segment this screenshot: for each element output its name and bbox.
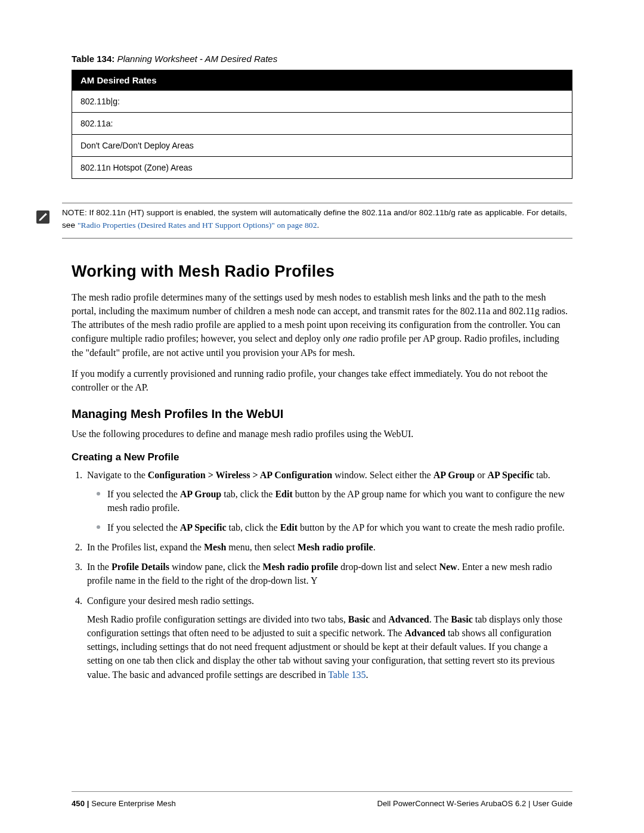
subsubsection-heading: Creating a New Profile bbox=[72, 451, 572, 463]
text-bold: Advanced bbox=[388, 614, 429, 624]
table-cell: Don't Care/Don't Deploy Areas bbox=[72, 135, 572, 157]
footer-left-text: Secure Enterprise Mesh bbox=[91, 799, 176, 808]
text: tab. bbox=[534, 470, 550, 480]
step-extra-paragraph: Mesh Radio profile configuration setting… bbox=[87, 612, 572, 682]
step-item: Configure your desired mesh radio settin… bbox=[85, 594, 572, 682]
table-row: 802.11n Hotspot (Zone) Areas bbox=[72, 157, 572, 179]
procedure-steps: Navigate to the Configuration > Wireless… bbox=[72, 468, 572, 681]
text-bold: Edit bbox=[275, 489, 292, 499]
table-title: Planning Worksheet - AM Desired Rates bbox=[117, 54, 277, 64]
text-bold: Edit bbox=[280, 522, 298, 532]
text-bold: AP Specific bbox=[180, 522, 227, 532]
substep-list: If you selected the AP Group tab, click … bbox=[87, 487, 572, 535]
text-bold: Profile Details bbox=[112, 562, 169, 572]
text-bold: AP Group bbox=[180, 489, 222, 499]
body-paragraph: Use the following procedures to define a… bbox=[72, 427, 572, 441]
text-bold: Basic bbox=[348, 614, 370, 624]
table-cell: 802.11a: bbox=[72, 113, 572, 135]
radio-properties-link[interactable]: "Radio Properties (Desired Rates and HT … bbox=[78, 221, 317, 230]
step-item: In the Profile Details window pane, clic… bbox=[85, 560, 572, 587]
text: tab, click the bbox=[227, 522, 280, 532]
subsection-heading: Managing Mesh Profiles In the WebUI bbox=[72, 407, 572, 421]
table-cell: 802.11b|g: bbox=[72, 91, 572, 113]
text: tab, click the bbox=[221, 489, 275, 499]
note-suffix: . bbox=[317, 221, 320, 230]
text: Configure your desired mesh radio settin… bbox=[87, 596, 254, 606]
substep-item: If you selected the AP Specific tab, cli… bbox=[97, 521, 572, 534]
table-number: Table 134: bbox=[72, 54, 114, 64]
text: . The bbox=[429, 614, 451, 624]
body-paragraph: If you modify a currently provisioned an… bbox=[72, 367, 572, 394]
page-number: 450 bbox=[72, 799, 85, 808]
table-header: AM Desired Rates bbox=[72, 70, 572, 91]
text-bold: Basic bbox=[451, 614, 472, 624]
table-row: Don't Care/Don't Deploy Areas bbox=[72, 135, 572, 157]
text: In the bbox=[87, 562, 112, 572]
text-bold: New bbox=[439, 562, 457, 572]
text: menu, then select bbox=[226, 542, 298, 552]
text: and bbox=[370, 614, 388, 624]
step-item: Navigate to the Configuration > Wireless… bbox=[85, 468, 572, 534]
planning-worksheet-table: AM Desired Rates 802.11b|g: 802.11a: Don… bbox=[72, 70, 572, 179]
text: drop-down list and select bbox=[338, 562, 439, 572]
text: . bbox=[373, 542, 376, 552]
text-bold: Configuration > Wireless > AP Configurat… bbox=[148, 470, 332, 480]
text: Navigate to the bbox=[87, 470, 148, 480]
footer-left: 450 | Secure Enterprise Mesh bbox=[72, 799, 176, 808]
text-italic: one bbox=[343, 333, 357, 343]
text-bold: Mesh bbox=[204, 542, 226, 552]
text: . bbox=[366, 670, 368, 680]
substep-item: If you selected the AP Group tab, click … bbox=[97, 487, 572, 515]
text: or bbox=[475, 470, 487, 480]
note-text: NOTE: If 802.11n (HT) support is enabled… bbox=[62, 203, 572, 239]
text-bold: AP Specific bbox=[488, 470, 534, 480]
note-block: NOTE: If 802.11n (HT) support is enabled… bbox=[36, 203, 572, 239]
text: window. Select either the bbox=[332, 470, 434, 480]
text: If you selected the bbox=[107, 489, 180, 499]
note-pencil-icon bbox=[36, 210, 50, 224]
footer-right: Dell PowerConnect W-Series ArubaOS 6.2 |… bbox=[377, 799, 572, 808]
text-bold: Advanced bbox=[404, 628, 445, 638]
table-row: 802.11a: bbox=[72, 113, 572, 135]
text-bold: AP Group bbox=[434, 470, 475, 480]
section-heading: Working with Mesh Radio Profiles bbox=[72, 262, 572, 281]
text: If you selected the bbox=[107, 522, 180, 532]
text-bold: Mesh radio profile bbox=[262, 562, 338, 572]
text: In the Profiles list, expand the bbox=[87, 542, 204, 552]
table-caption: Table 134: Planning Worksheet - AM Desir… bbox=[72, 54, 572, 64]
text: Mesh Radio profile configuration setting… bbox=[87, 614, 348, 624]
table-cell: 802.11n Hotspot (Zone) Areas bbox=[72, 157, 572, 179]
table-row: 802.11b|g: bbox=[72, 91, 572, 113]
table-135-link[interactable]: Table 135 bbox=[328, 670, 366, 680]
page-footer: 450 | Secure Enterprise Mesh Dell PowerC… bbox=[72, 791, 572, 808]
body-paragraph: The mesh radio profile determines many o… bbox=[72, 290, 572, 360]
text: window pane, click the bbox=[169, 562, 262, 572]
text: button by the AP for which you want to c… bbox=[298, 522, 565, 532]
text-bold: Mesh radio profile bbox=[298, 542, 373, 552]
step-item: In the Profiles list, expand the Mesh me… bbox=[85, 540, 572, 554]
page-content: Table 134: Planning Worksheet - AM Desir… bbox=[0, 0, 644, 833]
